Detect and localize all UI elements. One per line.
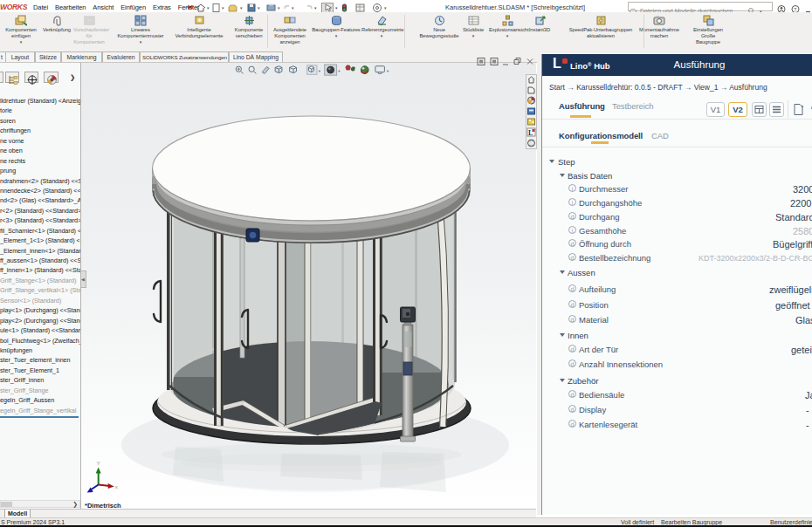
svg-text:▾: ▾ bbox=[314, 5, 317, 10]
svg-text:*Dimetrisch: *Dimetrisch bbox=[85, 502, 121, 509]
svg-text:▾: ▾ bbox=[222, 5, 224, 10]
svg-text:x: x bbox=[115, 484, 118, 489]
svg-text:▾: ▾ bbox=[207, 5, 210, 10]
svg-text:▾: ▾ bbox=[335, 5, 338, 10]
svg-text:▾: ▾ bbox=[258, 5, 260, 10]
svg-text:▾: ▾ bbox=[292, 5, 294, 10]
svg-text:▾: ▾ bbox=[384, 5, 387, 10]
svg-text:▾: ▾ bbox=[278, 5, 280, 10]
svg-text:Y: Y bbox=[97, 461, 100, 466]
svg-text:▾: ▾ bbox=[240, 5, 243, 10]
